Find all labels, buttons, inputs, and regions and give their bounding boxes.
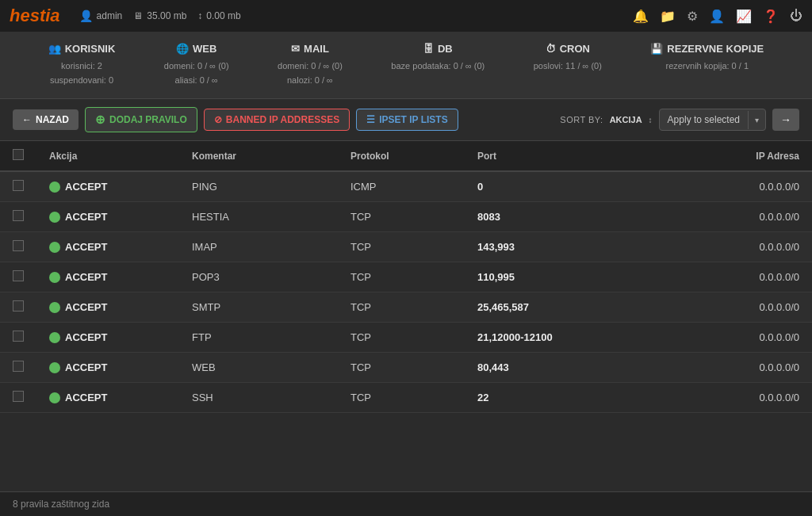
chart-icon[interactable]: 📈 xyxy=(736,9,752,24)
bell-icon[interactable]: 🔔 xyxy=(633,9,649,24)
ip-value: 0.0.0.0/0 xyxy=(759,271,799,283)
row-comment-cell: POP3 xyxy=(179,262,338,292)
row-action-cell: ACCEPT xyxy=(36,262,179,292)
row-ip-cell: 0.0.0.0/0 xyxy=(592,292,812,323)
row-checkbox-cell[interactable] xyxy=(0,202,36,232)
row-checkbox[interactable] xyxy=(13,361,24,372)
sort-arrows-icon[interactable]: ↕ xyxy=(649,116,653,124)
toolbar: ← Nazad ⊕ Dodaj pravilo ⊘ Banned IP Addr… xyxy=(0,99,812,141)
logo: hestia xyxy=(10,6,60,26)
apply-dropdown[interactable]: Apply to selected ▾ xyxy=(659,109,766,131)
stat-cron-detail: poslovi: 11 / ∞ (0) xyxy=(534,59,602,74)
dropdown-chevron-icon[interactable]: ▾ xyxy=(748,111,765,129)
topnav-info: admin 🖥 35.00 mb ↕ 0.00 mb xyxy=(79,10,620,22)
protocol-value: TCP xyxy=(350,392,371,403)
select-all-checkbox[interactable] xyxy=(13,149,24,160)
row-action-cell: ACCEPT xyxy=(36,383,179,413)
go-button[interactable]: → xyxy=(772,109,799,131)
protocol-value: TCP xyxy=(350,331,371,343)
stat-mail: ✉ MAIL domeni: 0 / ∞ (0) nalozi: 0 / ∞ xyxy=(278,43,343,87)
users-icon: 👥 xyxy=(48,43,61,55)
row-port-cell: 110,995 xyxy=(465,262,592,292)
accept-dot-icon xyxy=(49,182,60,193)
apply-dropdown-label[interactable]: Apply to selected xyxy=(660,109,748,130)
comment-value: PING xyxy=(192,181,217,193)
row-checkbox[interactable] xyxy=(13,391,24,402)
row-checkbox-cell[interactable] xyxy=(0,262,36,292)
profile-icon[interactable]: 👤 xyxy=(709,9,725,24)
port-value: 143,993 xyxy=(477,241,515,253)
table-row: ACCEPT WEB TCP 80,443 0.0.0.0/0 xyxy=(0,353,812,383)
row-checkbox-cell[interactable] xyxy=(0,232,36,262)
row-checkbox-cell[interactable] xyxy=(0,323,36,353)
row-port-cell: 0 xyxy=(465,171,592,202)
stat-mail-title: ✉ MAIL xyxy=(278,43,343,55)
protocol-value: TCP xyxy=(350,241,371,253)
port-value: 80,443 xyxy=(477,361,509,373)
arrow-left-icon: ← xyxy=(22,114,32,125)
list-icon: ☰ xyxy=(366,114,375,125)
topnav-icons: 🔔 📁 ⚙ 👤 📈 ❓ ⏻ xyxy=(633,9,802,24)
row-checkbox-cell[interactable] xyxy=(0,353,36,383)
table-row: ACCEPT SSH TCP 22 0.0.0.0/0 xyxy=(0,383,812,413)
table-row: ACCEPT PING ICMP 0 0.0.0.0/0 xyxy=(0,171,812,202)
web-icon: 🌐 xyxy=(176,43,189,55)
col-protokol: Protokol xyxy=(338,141,465,171)
port-value: 25,465,587 xyxy=(477,301,529,313)
add-rule-button[interactable]: ⊕ Dodaj pravilo xyxy=(85,107,197,132)
ip-value: 0.0.0.0/0 xyxy=(759,361,799,373)
gear-icon[interactable]: ⚙ xyxy=(687,9,698,24)
row-comment-cell: IMAP xyxy=(179,232,338,262)
row-checkbox[interactable] xyxy=(13,210,24,221)
row-port-cell: 80,443 xyxy=(465,353,592,383)
help-icon[interactable]: ❓ xyxy=(763,9,779,24)
ipset-button[interactable]: ☰ IPset IP Lists xyxy=(356,109,458,131)
select-all-header[interactable] xyxy=(0,141,36,171)
row-checkbox-cell[interactable] xyxy=(0,383,36,413)
comment-value: HESTIA xyxy=(192,211,229,223)
row-comment-cell: SMTP xyxy=(179,292,338,323)
row-checkbox[interactable] xyxy=(13,240,24,251)
action-value: ACCEPT xyxy=(65,241,107,253)
row-port-cell: 8083 xyxy=(465,202,592,232)
row-protocol-cell: TCP xyxy=(338,383,465,413)
row-comment-cell: HESTIA xyxy=(179,202,338,232)
protocol-value: TCP xyxy=(350,361,371,373)
table-row: ACCEPT IMAP TCP 143,993 0.0.0.0/0 xyxy=(0,232,812,262)
action-value: ACCEPT xyxy=(65,392,107,403)
row-ip-cell: 0.0.0.0/0 xyxy=(592,383,812,413)
row-port-cell: 25,465,587 xyxy=(465,292,592,323)
logout-icon[interactable]: ⏻ xyxy=(790,9,802,23)
stat-cron-title: ⏱ CRON xyxy=(534,43,602,55)
row-checkbox[interactable] xyxy=(13,331,24,342)
comment-value: POP3 xyxy=(192,271,220,283)
footer-bar: 8 pravila zaštitnog zida xyxy=(0,491,812,516)
row-checkbox-cell[interactable] xyxy=(0,171,36,202)
net-info: ↕ 0.00 mb xyxy=(197,10,240,21)
stat-rezervne: 💾 REZERVNE KOPIJE rezervnih kopija: 0 / … xyxy=(650,43,764,87)
row-ip-cell: 0.0.0.0/0 xyxy=(592,353,812,383)
row-port-cell: 22 xyxy=(465,383,592,413)
stat-rezervne-title: 💾 REZERVNE KOPIJE xyxy=(650,43,764,55)
row-action-cell: ACCEPT xyxy=(36,202,179,232)
row-checkbox[interactable] xyxy=(13,270,24,281)
ip-value: 0.0.0.0/0 xyxy=(759,241,799,253)
row-comment-cell: SSH xyxy=(179,383,338,413)
folder-icon[interactable]: 📁 xyxy=(660,9,676,24)
stat-cron: ⏱ CRON poslovi: 11 / ∞ (0) xyxy=(534,43,602,87)
sort-value: AKCIJA xyxy=(610,115,642,124)
user-icon xyxy=(79,10,93,22)
port-value: 110,995 xyxy=(477,271,515,283)
protocol-value: TCP xyxy=(350,271,371,283)
clock-icon: ⏱ xyxy=(546,43,556,55)
banned-ip-button[interactable]: ⊘ Banned IP Addresses xyxy=(204,109,350,131)
row-action-cell: ACCEPT xyxy=(36,353,179,383)
plus-icon: ⊕ xyxy=(95,113,105,127)
row-checkbox-cell[interactable] xyxy=(0,292,36,323)
back-button[interactable]: ← Nazad xyxy=(13,109,79,130)
stat-korisnik: 👥 KORISNIK korisnici: 2 suspendovani: 0 xyxy=(48,43,116,87)
row-checkbox[interactable] xyxy=(13,180,24,191)
row-checkbox[interactable] xyxy=(13,300,24,312)
accept-dot-icon xyxy=(49,302,60,313)
row-protocol-cell: TCP xyxy=(338,353,465,383)
